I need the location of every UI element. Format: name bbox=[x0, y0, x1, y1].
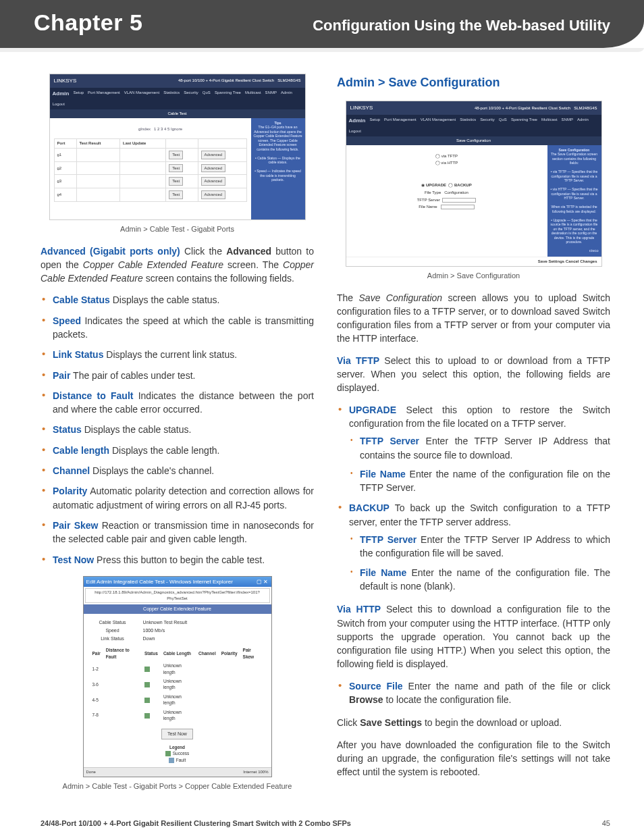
help-panel: Save Configuration The Save Configuratio… bbox=[547, 145, 601, 257]
save-cancel-footer[interactable]: Save Settings Cancel Changes bbox=[346, 257, 601, 266]
fig-main: ◯ via TFTP ◯ via HTTP ◉ UPGRADE ◯ BACKUP… bbox=[346, 145, 547, 257]
file-name-input[interactable] bbox=[441, 205, 475, 209]
chapter-number: Chapter 5 bbox=[34, 9, 142, 36]
model-label: 48-port 10/100 + 4-Port Gigabit Resilien… bbox=[178, 78, 301, 84]
tftp-server-input[interactable] bbox=[442, 198, 476, 203]
test-button[interactable]: Test bbox=[169, 151, 183, 159]
tftp-options-list: UPGRADE Select this option to restore th… bbox=[337, 403, 610, 594]
page-body: LINKSYS 48-port 10/100 + 4-Port Gigabit … bbox=[0, 53, 644, 815]
figure-cable-test: LINKSYS 48-port 10/100 + 4-Port Gigabit … bbox=[41, 74, 314, 235]
section-heading-save-config: Admin > Save Configuration bbox=[337, 74, 610, 91]
para-after-download: After you have downloaded the configurat… bbox=[337, 738, 610, 779]
pair-table: Pair Distance to Fault Status Cable Leng… bbox=[89, 645, 266, 723]
help-panel: Tips The G1–G4 ports have an Advanced bu… bbox=[251, 118, 305, 219]
dialog-window: Edit Admin Integrated Cable Test - Windo… bbox=[83, 576, 272, 777]
dialog-title: Edit Admin Integrated Cable Test - Windo… bbox=[86, 578, 233, 586]
screenshot-save-config: LINKSYS 48-port 10/100 + 4-Port Gigabit … bbox=[346, 101, 602, 267]
address-bar[interactable]: http://172.18.1.89/Admin/Admin_Diagnosti… bbox=[85, 588, 270, 602]
para-via-http: Via HTTP Select this to download a confi… bbox=[337, 602, 610, 671]
top-nav: Admin Setup Port Management VLAN Managem… bbox=[50, 88, 305, 109]
page-footer: 24/48-Port 10/100 + 4-Port Gigabit Resil… bbox=[0, 815, 644, 834]
test-now-button[interactable]: Test Now bbox=[161, 729, 193, 739]
brand-logo: LINKSYS bbox=[54, 77, 77, 85]
figure-copper-dialog: Edit Admin Integrated Cable Test - Windo… bbox=[41, 576, 314, 792]
sub-nav: Cable Test bbox=[50, 109, 305, 118]
top-nav: Admin Setup Port Management VLAN Managem… bbox=[346, 115, 601, 136]
para-save-intro: The Save Configuration screen allows you… bbox=[337, 291, 610, 346]
http-options-list: Source File Enter the name and path of t… bbox=[337, 679, 610, 707]
figure-save-config: LINKSYS 48-port 10/100 + 4-Port Gigabit … bbox=[337, 101, 610, 281]
figure-caption: Admin > Save Configuration bbox=[337, 271, 610, 282]
figure-caption: Admin > Cable Test - Gigabit Ports > Cop… bbox=[41, 781, 314, 792]
window-controls[interactable]: ▢ ✕ bbox=[257, 578, 268, 586]
screenshot-cable-test: LINKSYS 48-port 10/100 + 4-Port Gigabit … bbox=[49, 74, 306, 220]
brand-logo: LINKSYS bbox=[350, 104, 373, 112]
field-list-1: Cable Status Displays the cable status. … bbox=[41, 293, 314, 566]
para-advanced: Advanced (Gigabit ports only) Click the … bbox=[41, 244, 314, 286]
dialog-header-bar: Copper Cable Extended Feature bbox=[84, 604, 271, 614]
manual-title: 24/48-Port 10/100 + 4-Port Gigabit Resil… bbox=[41, 819, 351, 827]
para-via-tftp: Via TFTP Select this to upload to or dow… bbox=[337, 354, 610, 395]
para-click-save: Click Save Settings to begin the downloa… bbox=[337, 716, 610, 729]
fig-main: gIndex 1 2 3 4 5 Ignore PortTest ResultL… bbox=[50, 118, 251, 219]
page-header: Chapter 5 Configuration Using the Web-ba… bbox=[0, 0, 644, 48]
advanced-button[interactable]: Advanced bbox=[201, 151, 226, 159]
page-number: 45 bbox=[602, 819, 610, 827]
sub-nav: Save Configuration bbox=[346, 136, 601, 145]
chapter-title: Configuration Using the Web-based Utilit… bbox=[313, 17, 610, 34]
figure-caption: Admin > Cable Test - Gigabit Ports bbox=[41, 224, 314, 235]
cable-test-table: PortTest ResultLast Update g1TestAdvance… bbox=[54, 138, 247, 201]
